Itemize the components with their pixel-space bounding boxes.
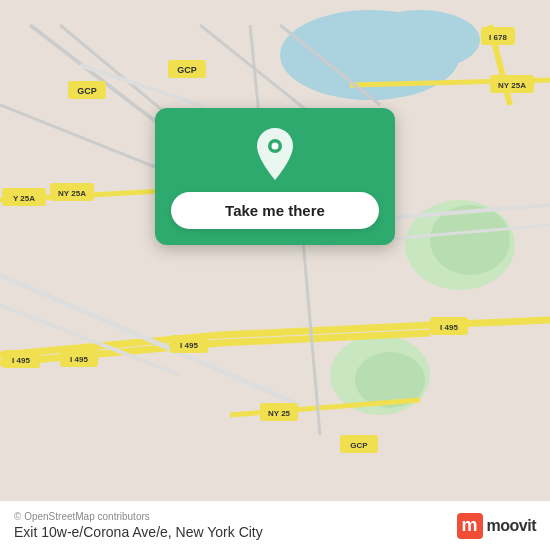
take-me-there-button[interactable]: Take me there <box>171 192 379 229</box>
svg-text:GCP: GCP <box>350 441 368 450</box>
svg-text:GCP: GCP <box>77 86 97 96</box>
location-icon-wrapper <box>247 126 303 182</box>
card-overlay: Take me there <box>155 108 395 245</box>
map-container: GCP GCP NY 25A I 678 NY 25A Y 25A I 495 … <box>0 0 550 550</box>
bottom-bar-info: © OpenStreetMap contributors Exit 10w-e/… <box>14 511 263 540</box>
location-pin-icon <box>251 126 299 182</box>
svg-point-2 <box>360 10 480 70</box>
svg-text:I 495: I 495 <box>70 355 88 364</box>
location-text: Exit 10w-e/Corona Ave/e, New York City <box>14 524 263 540</box>
bottom-bar: © OpenStreetMap contributors Exit 10w-e/… <box>0 500 550 550</box>
svg-text:GCP: GCP <box>177 65 197 75</box>
svg-text:NY 25: NY 25 <box>268 409 291 418</box>
svg-text:NY 25A: NY 25A <box>58 189 86 198</box>
svg-text:I 495: I 495 <box>440 323 458 332</box>
svg-point-55 <box>272 143 279 150</box>
moovit-logo[interactable]: m moovit <box>457 513 536 539</box>
map-background: GCP GCP NY 25A I 678 NY 25A Y 25A I 495 … <box>0 0 550 550</box>
copyright-text: © OpenStreetMap contributors <box>14 511 263 522</box>
svg-text:Y 25A: Y 25A <box>13 194 35 203</box>
svg-text:NY 25A: NY 25A <box>498 81 526 90</box>
svg-text:I 495: I 495 <box>12 356 30 365</box>
svg-text:I 678: I 678 <box>489 33 507 42</box>
moovit-logo-text: moovit <box>487 517 536 535</box>
moovit-logo-icon: m <box>457 513 483 539</box>
svg-text:I 495: I 495 <box>180 341 198 350</box>
